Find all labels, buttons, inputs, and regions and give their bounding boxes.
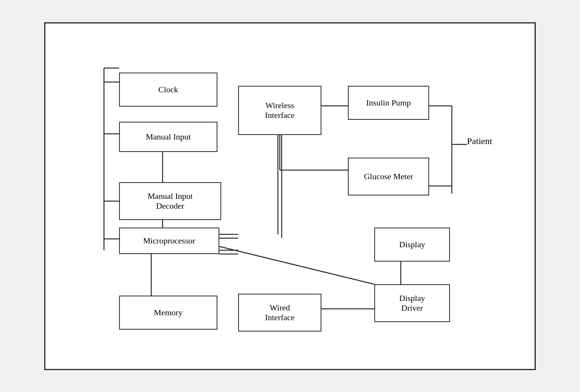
microprocessor-label: Microprocessor [143,236,195,246]
manual-input-decoder-label: Manual InputDecoder [147,191,192,211]
display-driver-block: DisplayDriver [374,284,450,322]
wireless-interface-block: WirelessInterface [238,86,321,135]
wired-interface-label: WiredInterface [265,303,295,322]
patient-label: Patient [467,136,492,146]
display-block: Display [374,228,450,262]
glucose-meter-block: Glucose Meter [348,158,429,195]
manual-input-label: Manual Input [146,132,191,142]
memory-label: Memory [154,308,183,318]
wireless-interface-label: WirelessInterface [265,101,295,120]
microprocessor-block: Microprocessor [119,228,219,254]
insulin-pump-label: Insulin Pump [366,98,411,108]
memory-block: Memory [119,296,217,330]
display-driver-label: DisplayDriver [399,293,425,313]
glucose-meter-label: Glucose Meter [364,172,413,181]
manual-input-decoder-block: Manual InputDecoder [119,182,221,220]
svg-line-22 [219,246,374,284]
manual-input-block: Manual Input [119,122,217,152]
diagram-container: Clock Manual Input Manual InputDecoder M… [44,22,536,370]
clock-label: Clock [158,85,178,95]
clock-block: Clock [119,73,217,107]
wired-interface-block: WiredInterface [238,294,321,332]
display-label: Display [399,240,425,249]
insulin-pump-block: Insulin Pump [348,86,429,120]
